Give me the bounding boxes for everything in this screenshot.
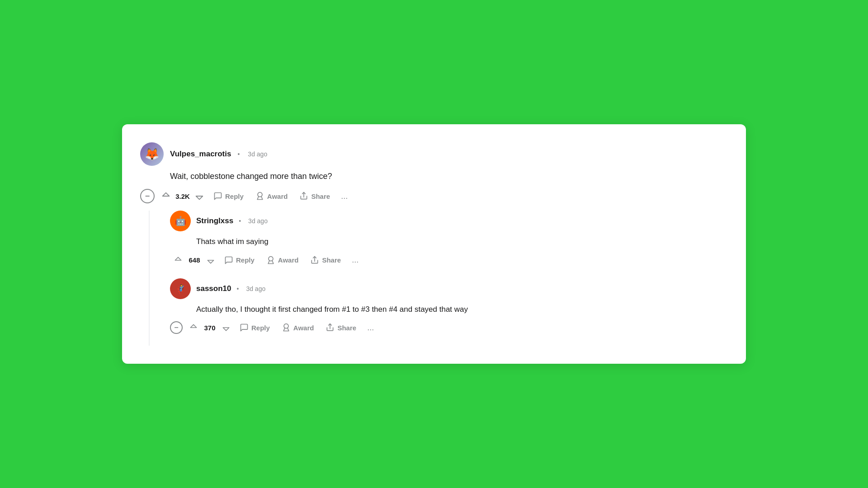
dot-separator: • <box>237 150 240 158</box>
more-options-button[interactable]: ... <box>337 190 351 203</box>
svg-point-2 <box>269 256 273 261</box>
reply-2: 🦸 sasson10 • 3d ago Actually tho, I thou… <box>170 278 728 335</box>
stringlxss-avatar: 🤖 <box>170 211 191 231</box>
sasson10-avatar: 🦸 <box>170 278 191 299</box>
reply-2-header: 🦸 sasson10 • 3d ago <box>170 278 728 299</box>
reply-1-vote-count: 648 <box>186 256 203 264</box>
reply-1-upvote[interactable] <box>172 254 184 267</box>
replies-thread: 🤖 Stringlxss • 3d ago Thats what im sayi… <box>140 211 728 346</box>
reply-1-award-button[interactable]: Award <box>262 253 303 267</box>
vulpes-avatar: 🦊 <box>140 142 164 166</box>
reply-1-more-button[interactable]: ... <box>348 253 362 267</box>
thread-line <box>149 211 150 346</box>
reply-1-header: 🤖 Stringlxss • 3d ago <box>170 211 728 231</box>
replies-column: 🤖 Stringlxss • 3d ago Thats what im sayi… <box>158 211 728 346</box>
reply-button[interactable]: Reply <box>209 189 248 203</box>
top-comment-actions: − 3.2K Reply <box>140 189 728 203</box>
stringlxss-username[interactable]: Stringlxss <box>196 216 233 225</box>
reply-2-reply-button[interactable]: Reply <box>235 320 274 335</box>
reply-1-actions: 648 Reply Award Sh <box>170 253 728 267</box>
reply-2-award-button[interactable]: Award <box>277 320 319 335</box>
reply-2-upvote[interactable] <box>187 321 200 334</box>
reply-2-more-button[interactable]: ... <box>363 321 377 334</box>
reply-1-share-button[interactable]: Share <box>306 253 345 267</box>
sasson10-username[interactable]: sasson10 <box>196 284 231 293</box>
reply-2-vote-section: 370 <box>187 321 232 334</box>
reply-1-reply-button[interactable]: Reply <box>220 253 259 267</box>
award-button[interactable]: Award <box>251 189 292 203</box>
reply-1: 🤖 Stringlxss • 3d ago Thats what im sayi… <box>170 211 728 267</box>
comment-card: 🦊 Vulpes_macrotis • 3d ago Wait, cobbles… <box>122 124 746 364</box>
upvote-button[interactable] <box>159 189 173 203</box>
sasson10-timestamp: 3d ago <box>246 285 265 292</box>
share-button[interactable]: Share <box>295 189 335 203</box>
thread-line-column <box>140 211 158 346</box>
vote-count: 3.2K <box>175 192 191 200</box>
reply-2-body: Actually tho, I thought it first changed… <box>196 304 728 315</box>
reply-1-downvote[interactable] <box>204 254 217 267</box>
top-comment: 🦊 Vulpes_macrotis • 3d ago Wait, cobbles… <box>140 142 728 203</box>
reply-2-collapse-button[interactable]: − <box>170 321 183 334</box>
vulpes-username[interactable]: Vulpes_macrotis <box>170 150 231 159</box>
vulpes-timestamp: 3d ago <box>248 150 267 158</box>
reply-2-vote-count: 370 <box>202 324 218 332</box>
reply-1-vote-section: 648 <box>172 254 217 267</box>
reply-2-share-button[interactable]: Share <box>321 320 361 335</box>
top-comment-header: 🦊 Vulpes_macrotis • 3d ago <box>140 142 728 166</box>
vote-section: 3.2K <box>159 189 206 203</box>
svg-point-0 <box>258 192 262 197</box>
reply-2-actions: − 370 Reply <box>170 320 728 335</box>
reply-1-body: Thats what im saying <box>196 236 728 248</box>
top-comment-body: Wait, cobblestone changed more than twic… <box>170 170 728 183</box>
downvote-button[interactable] <box>193 189 206 203</box>
reply-2-downvote[interactable] <box>220 321 232 334</box>
stringlxss-timestamp: 3d ago <box>248 217 268 225</box>
svg-point-4 <box>284 324 288 328</box>
collapse-button[interactable]: − <box>140 189 155 203</box>
